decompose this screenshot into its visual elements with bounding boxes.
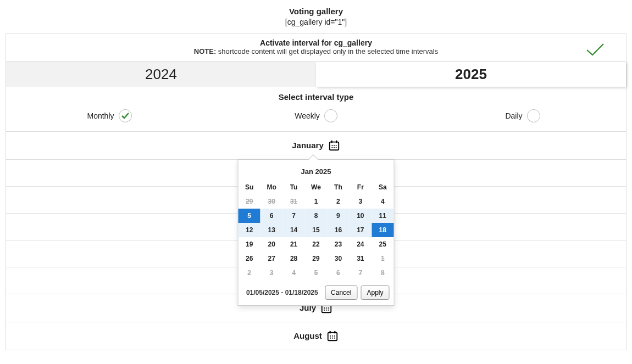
year-tabs: 2024 2025 — [6, 61, 626, 87]
datepicker-day[interactable]: 31 — [350, 251, 372, 266]
datepicker-weekday: Su — [239, 180, 260, 194]
month-row-january-toggle[interactable]: January — [292, 139, 340, 152]
shortcode-text: [cg_gallery id="1"] — [285, 18, 347, 26]
svg-point-24 — [330, 337, 331, 338]
activate-note: NOTE: shortcode content will get display… — [12, 47, 620, 55]
datepicker-apply-button[interactable]: Apply — [361, 285, 389, 300]
datepicker-day[interactable]: 1 — [305, 194, 327, 209]
svg-point-14 — [328, 307, 329, 309]
datepicker-day: 1 — [372, 251, 393, 266]
datepicker-day: 31 — [282, 194, 304, 209]
svg-rect-1 — [331, 140, 332, 143]
datepicker-day[interactable]: 6 — [260, 209, 282, 223]
datepicker-day[interactable]: 10 — [350, 209, 372, 223]
datepicker-day: 6 — [327, 266, 349, 280]
datepicker-range-text: 01/05/2025 - 01/18/2025 — [243, 289, 322, 296]
datepicker-day[interactable]: 19 — [239, 237, 260, 251]
year-tab-2025[interactable]: 2025 — [316, 61, 626, 87]
svg-point-22 — [332, 335, 333, 337]
datepicker-day[interactable]: 28 — [282, 251, 304, 266]
datepicker-day[interactable]: 27 — [260, 251, 282, 266]
activate-note-prefix: NOTE: — [194, 47, 216, 55]
datepicker-day[interactable]: 5 — [239, 209, 260, 223]
datepicker-day: 7 — [350, 266, 372, 280]
year-tab-2024[interactable]: 2024 — [6, 61, 316, 87]
datepicker-day[interactable]: 25 — [372, 237, 393, 251]
month-row-august: August — [6, 322, 626, 350]
interval-weekly-radio[interactable] — [324, 109, 337, 122]
page-title: Voting gallery — [0, 5, 632, 17]
svg-point-13 — [326, 307, 327, 309]
datepicker-cancel-button[interactable]: Cancel — [325, 285, 357, 300]
checkmark-icon — [585, 42, 605, 57]
svg-point-16 — [326, 309, 327, 310]
svg-point-17 — [328, 309, 329, 310]
datepicker-day[interactable]: 17 — [350, 223, 372, 237]
datepicker-day[interactable]: 29 — [305, 251, 327, 266]
svg-point-15 — [324, 309, 325, 310]
datepicker-day: 5 — [305, 266, 327, 280]
interval-type-label: Select interval type — [6, 87, 626, 104]
datepicker-day: 30 — [260, 194, 282, 209]
svg-point-8 — [335, 147, 336, 148]
datepicker-weekday: Th — [327, 180, 349, 194]
datepicker-weekday: Fr — [350, 180, 372, 194]
calendar-icon — [326, 330, 339, 342]
activate-note-text: shortcode content will get displayed onl… — [216, 47, 438, 55]
svg-point-3 — [331, 145, 332, 146]
datepicker-weekday: Sa — [372, 180, 393, 194]
svg-point-26 — [334, 337, 335, 338]
datepicker-day[interactable]: 18 — [372, 223, 393, 237]
datepicker-weekday: We — [305, 180, 327, 194]
svg-point-23 — [334, 335, 335, 337]
datepicker-day: 29 — [239, 194, 260, 209]
datepicker-day[interactable]: 11 — [372, 209, 393, 223]
datepicker-weekday: Mo — [260, 180, 282, 194]
svg-rect-19 — [329, 331, 330, 333]
datepicker-day[interactable]: 13 — [260, 223, 282, 237]
datepicker-popup: Jan 2025 SuMoTuWeThFrSa 2930311234567891… — [238, 159, 395, 306]
svg-point-25 — [332, 337, 333, 338]
interval-daily-label: Daily — [505, 111, 522, 120]
checkmark-icon — [121, 113, 129, 119]
interval-monthly-label: Monthly — [87, 111, 114, 120]
interval-daily-radio[interactable] — [527, 109, 540, 122]
datepicker-day[interactable]: 30 — [327, 251, 349, 266]
interval-weekly-label: Weekly — [295, 111, 320, 120]
activate-toggle-check[interactable] — [584, 38, 606, 60]
svg-point-5 — [335, 145, 336, 146]
interval-monthly-radio[interactable] — [119, 109, 132, 122]
datepicker-day[interactable]: 2 — [327, 194, 349, 209]
month-row-january: January Jan 2025 SuMoTuWeThFrSa 29303112… — [6, 132, 626, 160]
datepicker-day[interactable]: 23 — [327, 237, 349, 251]
datepicker-day[interactable]: 3 — [350, 194, 372, 209]
datepicker-day[interactable]: 24 — [350, 237, 372, 251]
datepicker-day: 3 — [260, 266, 282, 280]
datepicker-day[interactable]: 26 — [239, 251, 260, 266]
month-label-august: August — [293, 331, 322, 340]
datepicker-day[interactable]: 8 — [305, 209, 327, 223]
svg-point-12 — [324, 307, 325, 309]
datepicker-day[interactable]: 7 — [282, 209, 304, 223]
datepicker-day[interactable]: 9 — [327, 209, 349, 223]
calendar-icon — [328, 139, 340, 152]
svg-point-7 — [334, 147, 335, 148]
svg-rect-20 — [334, 331, 335, 333]
datepicker-day[interactable]: 14 — [282, 223, 304, 237]
svg-point-21 — [330, 335, 331, 337]
datepicker-day[interactable]: 4 — [372, 194, 393, 209]
datepicker-day[interactable]: 15 — [305, 223, 327, 237]
datepicker-weekday: Tu — [282, 180, 304, 194]
datepicker-day[interactable]: 21 — [282, 237, 304, 251]
svg-point-6 — [331, 147, 332, 148]
datepicker-day[interactable]: 12 — [239, 223, 260, 237]
datepicker-day: 2 — [239, 266, 260, 280]
datepicker-header: Jan 2025 — [239, 165, 394, 180]
datepicker-day[interactable]: 16 — [327, 223, 349, 237]
datepicker-day[interactable]: 22 — [305, 237, 327, 251]
datepicker-day[interactable]: 20 — [260, 237, 282, 251]
datepicker-day: 8 — [372, 266, 393, 280]
month-row-august-toggle[interactable]: August — [293, 330, 339, 342]
svg-rect-2 — [336, 140, 337, 143]
svg-point-4 — [334, 145, 335, 146]
